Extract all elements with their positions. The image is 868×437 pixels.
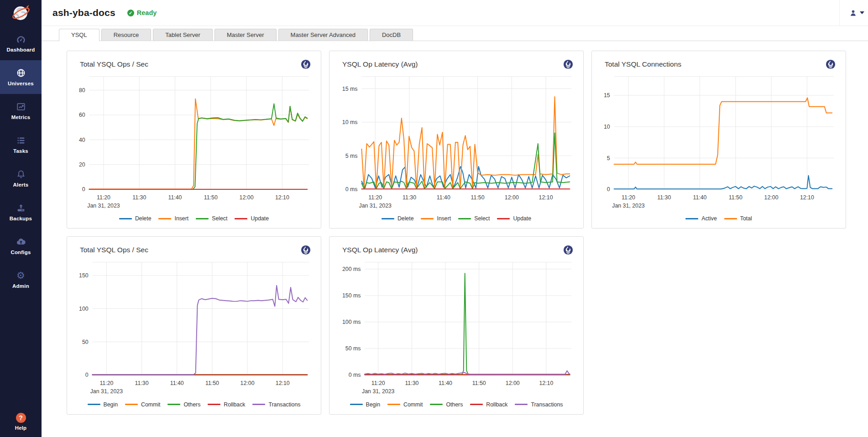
svg-text:12:00: 12:00 — [240, 194, 254, 201]
prometheus-icon[interactable] — [826, 59, 836, 69]
prometheus-icon[interactable] — [563, 59, 573, 69]
tab-ysql[interactable]: YSQL — [59, 29, 99, 41]
legend-line-swatch — [125, 404, 138, 405]
legend-item-begin[interactable]: Begin — [88, 401, 118, 408]
chart-card: Total YSQL Ops / Sec11:20Jan 31, 202311:… — [67, 51, 321, 229]
legend-label: Transactions — [531, 401, 563, 408]
svg-text:11:20: 11:20 — [97, 194, 110, 201]
sidebar-item-dashboard[interactable]: Dashboard — [0, 26, 42, 60]
legend-item-rollback[interactable]: Rollback — [470, 401, 507, 408]
svg-text:0 ms: 0 ms — [345, 186, 358, 192]
chart-plot[interactable]: 11:20Jan 31, 202311:3011:4011:5012:0012:… — [337, 69, 576, 214]
legend-line-swatch — [515, 404, 528, 405]
legend-item-active[interactable]: Active — [685, 215, 717, 222]
legend-line-swatch — [158, 218, 171, 219]
legend-line-swatch — [458, 218, 471, 219]
sidebar-item-backups[interactable]: Backups — [0, 195, 42, 229]
tab-master-server-advanced[interactable]: Master Server Advanced — [278, 29, 368, 41]
yugabyte-logo[interactable] — [0, 0, 42, 26]
svg-text:12:00: 12:00 — [764, 194, 779, 201]
tab-docdb[interactable]: DocDB — [370, 29, 413, 41]
svg-text:11:30: 11:30 — [657, 194, 671, 201]
sidebar-item-label: Admin — [12, 283, 29, 289]
legend-item-others[interactable]: Others — [430, 401, 463, 408]
svg-text:Jan 31, 2023: Jan 31, 2023 — [359, 203, 392, 209]
tab-master-server[interactable]: Master Server — [214, 29, 277, 41]
legend-item-total[interactable]: Total — [724, 215, 752, 222]
legend-item-commit[interactable]: Commit — [387, 401, 423, 408]
svg-text:80: 80 — [79, 87, 85, 94]
chart-card: Total YSQL Connections11:20Jan 31, 20231… — [591, 51, 846, 229]
svg-text:11:40: 11:40 — [170, 380, 184, 386]
sidebar-item-metrics[interactable]: Metrics — [0, 94, 42, 128]
legend-item-transactions[interactable]: Transactions — [252, 401, 300, 408]
chart-card-header: Total YSQL Ops / Sec — [74, 242, 314, 255]
chart-legend: ActiveTotal — [599, 214, 838, 225]
legend-item-select[interactable]: Select — [196, 215, 227, 222]
legend-label: Begin — [104, 401, 118, 408]
main-area: ash-yba-docs ✓ Ready YSQLResourceTablet … — [42, 0, 868, 437]
legend-label: Insert — [174, 215, 188, 222]
user-menu[interactable] — [839, 0, 868, 26]
chart-title: Total YSQL Connections — [605, 60, 681, 68]
sidebar-item-alerts[interactable]: Alerts — [0, 161, 42, 195]
legend-item-rollback[interactable]: Rollback — [208, 401, 245, 408]
svg-text:15: 15 — [604, 92, 610, 99]
legend-item-begin[interactable]: Begin — [350, 401, 380, 408]
sidebar-item-label: Help — [15, 425, 27, 431]
tab-tablet-server[interactable]: Tablet Server — [153, 29, 213, 41]
tab-bar: YSQLResourceTablet ServerMaster ServerMa… — [42, 26, 868, 41]
gear-icon: ⚙ — [16, 271, 25, 281]
legend-item-commit[interactable]: Commit — [125, 401, 160, 408]
svg-text:11:20: 11:20 — [368, 194, 382, 201]
legend-item-update[interactable]: Update — [235, 215, 269, 222]
sidebar-item-label: Alerts — [13, 182, 29, 187]
chart-plot[interactable]: 11:20Jan 31, 202311:3011:4011:5012:0012:… — [74, 69, 314, 214]
sidebar-item-configs[interactable]: Configs — [0, 229, 42, 263]
chart-legend: BeginCommitOthersRollbackTransactions — [337, 401, 576, 411]
prometheus-icon[interactable] — [301, 245, 311, 255]
tab-resource[interactable]: Resource — [101, 29, 152, 41]
legend-item-delete[interactable]: Delete — [119, 215, 152, 222]
svg-text:12:10: 12:10 — [800, 194, 814, 201]
legend-label: Delete — [135, 215, 152, 222]
svg-text:0 ms: 0 ms — [349, 372, 361, 379]
legend-label: Select — [212, 215, 227, 222]
sidebar-item-universes[interactable]: Universes — [0, 60, 42, 94]
legend-label: Rollback — [486, 401, 507, 408]
svg-text:0: 0 — [82, 186, 85, 192]
prometheus-icon[interactable] — [563, 245, 573, 255]
svg-text:40: 40 — [79, 137, 85, 143]
svg-text:50: 50 — [82, 339, 89, 345]
user-icon — [849, 9, 858, 17]
chart-plot[interactable]: 11:20Jan 31, 202311:3011:4011:5012:0012:… — [599, 69, 838, 214]
chart-card: Total YSQL Ops / Sec11:20Jan 31, 202311:… — [67, 236, 321, 414]
globe-rocket-logo-icon — [10, 3, 31, 24]
svg-text:Jan 31, 2023: Jan 31, 2023 — [90, 388, 123, 395]
legend-item-update[interactable]: Update — [497, 215, 531, 222]
svg-text:11:40: 11:40 — [168, 194, 182, 201]
legend-item-insert[interactable]: Insert — [158, 215, 188, 222]
legend-label: Select — [474, 215, 490, 222]
svg-text:12:00: 12:00 — [505, 194, 519, 201]
svg-text:11:50: 11:50 — [204, 194, 218, 201]
legend-item-select[interactable]: Select — [458, 215, 490, 222]
legend-item-delete[interactable]: Delete — [382, 215, 414, 222]
legend-item-others[interactable]: Others — [167, 401, 200, 408]
sidebar-item-admin[interactable]: ⚙Admin — [0, 263, 42, 297]
sidebar-item-label: Configs — [10, 250, 31, 255]
status-badge: ✓ Ready — [127, 9, 157, 16]
sidebar-item-help[interactable]: ? Help — [0, 413, 42, 431]
chart-plot[interactable]: 11:20Jan 31, 202311:3011:4011:5012:0012:… — [337, 255, 576, 400]
prometheus-icon[interactable] — [301, 59, 311, 69]
page-title: ash-yba-docs — [52, 7, 115, 18]
sidebar-item-tasks[interactable]: Tasks — [0, 128, 42, 161]
legend-label: Active — [701, 215, 717, 222]
svg-text:15 ms: 15 ms — [342, 86, 358, 92]
cloud-upload-icon — [16, 237, 26, 247]
svg-text:60: 60 — [79, 112, 85, 118]
legend-label: Total — [740, 215, 752, 222]
legend-item-insert[interactable]: Insert — [421, 215, 451, 222]
legend-item-transactions[interactable]: Transactions — [515, 401, 563, 408]
chart-plot[interactable]: 11:20Jan 31, 202311:3011:4011:5012:0012:… — [74, 255, 314, 400]
